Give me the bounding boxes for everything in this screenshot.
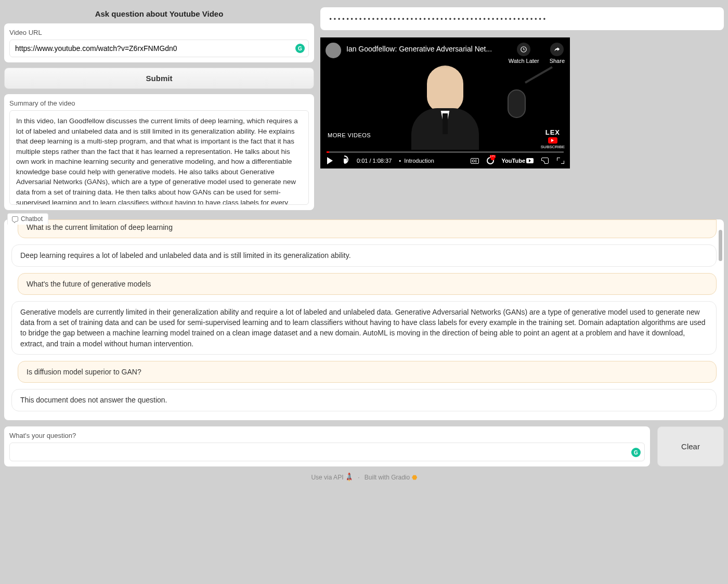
- chapter-display[interactable]: • Introduction: [399, 158, 434, 164]
- chat-history[interactable]: What is the current limitation of deep l…: [4, 219, 724, 420]
- summary-label: Summary of the video: [9, 99, 309, 107]
- video-player[interactable]: Ian Goodfellow: Generative Adversarial N…: [320, 37, 570, 168]
- rocket-icon: 🚀: [344, 472, 355, 483]
- use-via-api-link[interactable]: Use via API 🚀: [311, 474, 353, 481]
- youtube-icon: [548, 137, 557, 144]
- share-icon: [550, 43, 564, 56]
- scrollbar-thumb[interactable]: [719, 230, 722, 261]
- chat-icon: [12, 216, 18, 222]
- chat-message-user: What is the current limitation of deep l…: [18, 219, 717, 238]
- channel-avatar[interactable]: [326, 43, 341, 58]
- clear-button[interactable]: Clear: [657, 426, 724, 466]
- captions-button[interactable]: CC: [471, 157, 479, 165]
- footer: Use via API 🚀 · Built with Gradio ⬣: [0, 466, 728, 481]
- chat-message-user: Is diffusion model superior to GAN?: [18, 361, 717, 383]
- chatbot-tab[interactable]: Chatbot: [7, 213, 48, 225]
- video-title[interactable]: Ian Goodfellow: Generative Adversarial N…: [346, 43, 509, 53]
- subscribe-overlay[interactable]: LEX SUBSCRIBE: [541, 128, 565, 149]
- play-icon: [327, 157, 333, 164]
- share-button[interactable]: Share: [550, 43, 565, 64]
- chat-message-bot: This document does not answer the questi…: [11, 389, 717, 411]
- fullscreen-button[interactable]: [556, 157, 565, 165]
- app-title: Ask question about Youtube Video: [4, 1, 314, 23]
- more-videos-link[interactable]: MORE VIDEOS: [328, 132, 371, 138]
- chat-message-user: What's the future of generative models: [18, 273, 717, 295]
- clock-icon: [517, 43, 530, 56]
- chatbot-panel: Chatbot What is the current limitation o…: [4, 219, 724, 420]
- settings-button[interactable]: HD: [486, 157, 495, 165]
- gradio-icon: ⬣: [412, 474, 417, 481]
- summary-panel: Summary of the video In this video, Ian …: [4, 94, 314, 210]
- submit-button[interactable]: Submit: [4, 68, 314, 89]
- microphone-graphic: [508, 89, 539, 141]
- built-with-gradio-link[interactable]: Built with Gradio ⬣: [365, 474, 417, 481]
- api-key-panel: ••••••••••••••••••••••••••••••••••••••••…: [320, 7, 724, 30]
- question-input[interactable]: [9, 443, 645, 461]
- question-label: What's your question?: [9, 432, 645, 439]
- volume-button[interactable]: [341, 157, 349, 165]
- video-url-panel: Video URL: [4, 23, 314, 62]
- question-panel: What's your question?: [4, 426, 650, 466]
- video-thumbnail: [409, 66, 482, 154]
- api-key-masked: ••••••••••••••••••••••••••••••••••••••••…: [329, 16, 547, 23]
- chat-message-bot: Deep learning requires a lot of labeled …: [11, 244, 717, 266]
- grammarly-icon: [631, 448, 641, 457]
- watch-on-youtube[interactable]: YouTube: [502, 158, 534, 164]
- summary-text: In this video, Ian Goodfellow discusses …: [9, 110, 309, 205]
- video-url-input[interactable]: [9, 40, 309, 57]
- cast-button[interactable]: [541, 157, 549, 165]
- cc-icon: CC: [471, 158, 479, 164]
- chat-message-bot: Generative models are currently limited …: [11, 301, 717, 355]
- youtube-logo-icon: [526, 158, 534, 163]
- video-url-label: Video URL: [9, 29, 309, 36]
- time-display: 0:01 / 1:08:37: [357, 158, 392, 164]
- play-button[interactable]: [326, 157, 334, 165]
- gear-icon: HD: [487, 157, 494, 164]
- watch-later-button[interactable]: Watch Later: [509, 43, 539, 64]
- cast-icon: [541, 158, 549, 164]
- fullscreen-icon: [557, 158, 564, 164]
- grammarly-icon: [295, 44, 305, 53]
